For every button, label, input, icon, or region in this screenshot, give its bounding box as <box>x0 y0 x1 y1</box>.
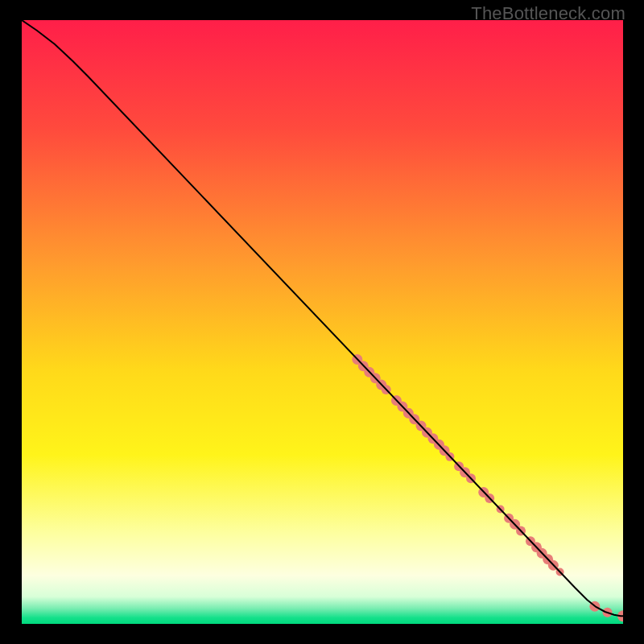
plot-area <box>22 20 623 624</box>
chart-stage: TheBottleneck.com <box>0 0 644 644</box>
chart-svg <box>22 20 623 624</box>
